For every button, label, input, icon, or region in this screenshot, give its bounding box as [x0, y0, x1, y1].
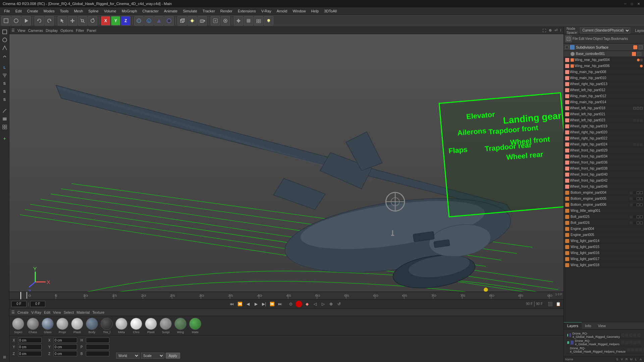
- render-settings-btn[interactable]: [221, 16, 230, 25]
- vp-fit-btn[interactable]: ⛶: [542, 28, 546, 33]
- menu-create[interactable]: Create: [24, 8, 41, 14]
- axis-y-btn[interactable]: Y: [111, 16, 120, 25]
- sidebar-sculpt-mode[interactable]: [1, 52, 8, 60]
- obj-mgr-menu-view[interactable]: View: [585, 37, 592, 41]
- tree-item-wing-rear-hip-006[interactable]: Wing_rear_hip_part006: [564, 63, 644, 69]
- sidebar-s2[interactable]: S: [1, 88, 8, 95]
- sidebar-grid-display[interactable]: [1, 123, 8, 131]
- play-btn[interactable]: ▶: [253, 301, 259, 307]
- tree-item-wheel-front-046[interactable]: Wheel_front_hip_part046: [564, 184, 644, 190]
- subdiv-expand-icon[interactable]: [565, 46, 569, 49]
- bulb-btn[interactable]: [264, 16, 273, 25]
- rot-b-input[interactable]: [54, 351, 77, 356]
- vray-icon-btn[interactable]: V: [144, 16, 154, 25]
- sidebar-layers-btn[interactable]: [1, 115, 8, 123]
- vp-display-menu[interactable]: Display: [46, 28, 58, 33]
- mat-vray-menu[interactable]: V-Ray: [31, 310, 41, 314]
- menu-tools[interactable]: Tools: [57, 8, 71, 14]
- obj-mgr-menu-bookmarks[interactable]: Bookmarks: [611, 37, 628, 41]
- keyframe-track-btn[interactable]: ⬛: [547, 301, 553, 307]
- go-start-btn[interactable]: ⏮: [228, 301, 235, 307]
- redo-btn[interactable]: [45, 16, 54, 25]
- pos-x-input[interactable]: [18, 338, 42, 343]
- material-propr[interactable]: Propr: [56, 318, 68, 334]
- sidebar-add-btn[interactable]: +: [1, 135, 8, 142]
- tree-item-wheel-front-034[interactable]: Wheel_front_hip_part034: [564, 154, 644, 160]
- rot-h-input[interactable]: [54, 338, 77, 343]
- bc-vis[interactable]: [637, 52, 641, 56]
- pos-y-input[interactable]: [18, 344, 42, 350]
- loop-btn[interactable]: ↺: [336, 301, 342, 307]
- b-input[interactable]: [86, 351, 109, 356]
- grid-btn[interactable]: [244, 16, 253, 25]
- tree-item-wing-light-016[interactable]: Wing_light_part016: [564, 250, 644, 256]
- base-controller-row[interactable]: Base_controller001: [564, 51, 644, 57]
- snap-btn[interactable]: [234, 16, 243, 25]
- sidebar-sculpt-tool[interactable]: [1, 107, 8, 115]
- obj-mgr-menu-tags[interactable]: Tags: [603, 37, 610, 41]
- maximize-button[interactable]: □: [629, 1, 635, 6]
- tree-item-engine-005[interactable]: Engine_part005: [564, 232, 644, 238]
- tree-item-bolt-025[interactable]: Bolt_part025: [564, 214, 644, 220]
- undo-btn[interactable]: [35, 16, 44, 25]
- mode-texture-btn[interactable]: [11, 16, 21, 25]
- coord-system-select[interactable]: World Object: [116, 353, 140, 359]
- f-action3[interactable]: [635, 348, 638, 352]
- mat-material-menu[interactable]: Material: [76, 310, 90, 314]
- geo-action1[interactable]: [621, 334, 625, 337]
- menu-file[interactable]: File: [1, 8, 13, 14]
- menu-animate[interactable]: Animate: [161, 8, 180, 14]
- menu-extensions[interactable]: Extensions: [235, 8, 259, 14]
- rotate-btn[interactable]: [88, 16, 97, 25]
- vp-focus-btn[interactable]: ⊕: [549, 28, 552, 33]
- tree-item-wheel-front-042[interactable]: Wheel_front_hip_part042: [564, 178, 644, 184]
- material-meta[interactable]: Meta: [115, 318, 127, 334]
- render-btn[interactable]: [211, 16, 220, 25]
- mat-texture-menu[interactable]: Texture: [92, 310, 104, 314]
- tab-info[interactable]: Info: [582, 322, 594, 329]
- viewport[interactable]: Perspective Default Camera • Grid Spacin…: [9, 34, 564, 292]
- menu-vray[interactable]: V-Ray: [259, 8, 274, 14]
- mat-view-menu[interactable]: View: [53, 310, 61, 314]
- sidebar-model-mode[interactable]: [1, 28, 8, 36]
- geo-action4[interactable]: [633, 334, 637, 337]
- sidebar-object-select[interactable]: L: [1, 64, 8, 71]
- sidebar-s3[interactable]: S: [1, 96, 8, 103]
- tree-item-wheel-left-018[interactable]: Wheel_left_hip_part018: [564, 105, 644, 111]
- node-space-select[interactable]: Current (Standard/Physical): [580, 27, 630, 34]
- prev-marker-btn[interactable]: ◁: [312, 301, 318, 307]
- material-glass[interactable]: Glass: [42, 318, 54, 334]
- h-action3[interactable]: [629, 341, 633, 344]
- tree-item-wheel-front-029[interactable]: Wheel_front_hip_part029: [564, 147, 644, 154]
- obj-cube-btn[interactable]: [177, 16, 187, 25]
- menu-modes[interactable]: Modes: [41, 8, 57, 14]
- material-suspi[interactable]: Suspi: [160, 318, 172, 334]
- axis-x-btn[interactable]: X: [101, 16, 110, 25]
- obj-freeze-row[interactable]: Drone_RQ-4_Global_Hawk_Rigged_Helpers_Fr…: [566, 346, 642, 354]
- p-input[interactable]: [86, 344, 109, 350]
- f-action2[interactable]: [631, 348, 634, 352]
- material-sopic[interactable]: Sopici: [12, 318, 24, 334]
- obj-mgr-menu-file[interactable]: File: [573, 37, 578, 41]
- view-btn[interactable]: [254, 16, 263, 25]
- tree-item-wing-main-014[interactable]: Wing_main_hip_part014: [564, 99, 644, 105]
- pos-z-input[interactable]: [18, 351, 42, 356]
- mat-select-menu[interactable]: Select: [64, 310, 74, 314]
- tree-item-wheel-left-023[interactable]: Wheel_left_hip_part023: [564, 117, 644, 123]
- tree-item-bottom-engine-005[interactable]: Bottom_engine_part005: [564, 196, 644, 202]
- obj-mgr-menu-edit[interactable]: Edit: [579, 37, 584, 41]
- menu-tracker[interactable]: Tracker: [200, 8, 218, 14]
- auto-keyframe-btn[interactable]: [296, 301, 302, 307]
- prev-frame-btn[interactable]: ◀: [245, 301, 251, 307]
- tree-item-wing-rear-hip-004[interactable]: Wing_rear_hip_part004: [564, 57, 644, 63]
- h-action4[interactable]: [633, 341, 637, 344]
- tree-item-wing-light-018[interactable]: Wing_light_part018: [564, 262, 644, 268]
- move-btn[interactable]: [68, 16, 77, 25]
- material-chass[interactable]: Chass: [27, 318, 39, 334]
- tree-item-wheel-front-036[interactable]: Wheel_front_hip_part036: [564, 160, 644, 166]
- menu-edit[interactable]: Edit: [13, 8, 24, 14]
- geo-action3[interactable]: [629, 334, 633, 337]
- vp-frame-btn[interactable]: ⏎: [554, 28, 557, 33]
- h-action2[interactable]: [625, 341, 629, 344]
- camera-btn[interactable]: [198, 16, 207, 25]
